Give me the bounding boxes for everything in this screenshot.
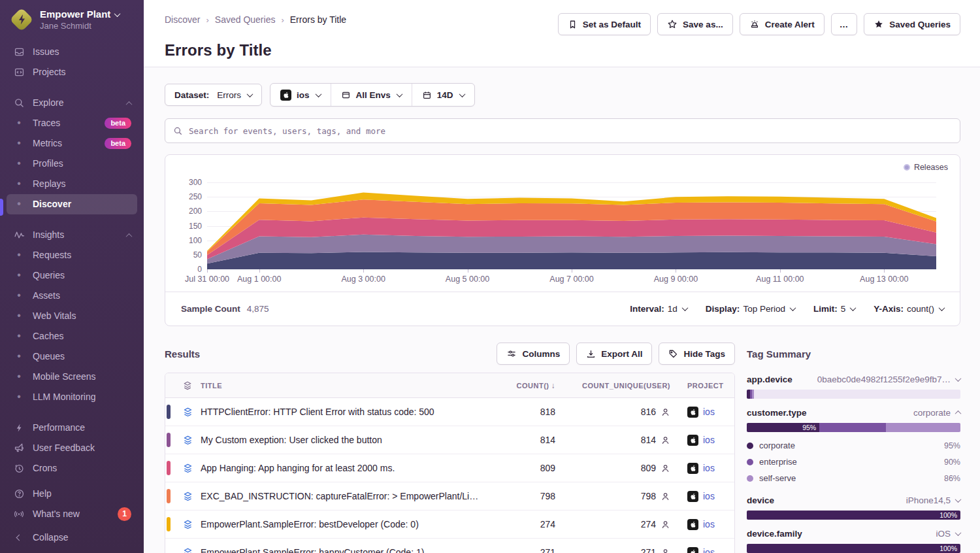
segment-percent-label: 95%	[802, 424, 819, 431]
sidebar-item-performance[interactable]: Performance	[7, 418, 137, 438]
page-header: Discover › Saved Queries › Errors by Tit…	[144, 0, 980, 67]
chart-control-yaxis[interactable]: Y-Axis:count()	[874, 304, 944, 314]
sidebar-item-traces[interactable]: •Tracesbeta	[7, 113, 137, 133]
search-icon	[173, 126, 183, 136]
error-title-link[interactable]: EmpowerPlant.SampleError: happyCustomer …	[201, 547, 489, 553]
area-series-0	[207, 252, 936, 269]
count-unique-value: 798	[641, 491, 656, 501]
project-link[interactable]: ios	[703, 463, 715, 473]
sidebar-item-web-vitals[interactable]: •Web Vitals	[7, 306, 137, 326]
sidebar-item-projects[interactable]: Projects	[7, 62, 137, 82]
overflow-menu-button[interactable]: …	[831, 13, 858, 35]
active-item-indicator	[0, 199, 3, 216]
sidebar-item-replays[interactable]: •Replays	[7, 174, 137, 194]
sidebar-item-user-feedback[interactable]: User Feedback	[7, 438, 137, 458]
stack-trace-icon[interactable]	[174, 519, 201, 530]
environment-filter[interactable]: All Envs	[331, 84, 412, 106]
tag-legend-row[interactable]: enterprise90%	[747, 454, 960, 470]
create-alert-button[interactable]: Create Alert	[740, 13, 825, 35]
sidebar-item-label: Requests	[33, 250, 71, 260]
sidebar-item-label: Queues	[33, 351, 65, 361]
org-switcher[interactable]: Empower Plant Jane Schmidt	[0, 0, 144, 37]
sidebar-item-what-s-new[interactable]: What's new1	[7, 504, 137, 523]
sidebar-item-assets[interactable]: •Assets	[7, 286, 137, 306]
date-range-filter[interactable]: 14D	[412, 84, 474, 106]
help-icon	[12, 488, 25, 499]
sidebar-collapse-button[interactable]: Collapse	[0, 523, 144, 553]
breadcrumb-saved-queries[interactable]: Saved Queries	[215, 14, 276, 25]
stacked-area-chart[interactable]: 050100150200250300	[207, 182, 936, 269]
chart-control-interval[interactable]: Interval:1d	[630, 304, 687, 314]
stack-trace-icon[interactable]	[174, 547, 201, 553]
x-axis-label: Aug 13 00:00	[860, 275, 908, 284]
hide-tags-button[interactable]: Hide Tags	[659, 343, 735, 365]
export-all-button[interactable]: Export All	[576, 343, 652, 365]
tag-label-row[interactable]: app.device0baebc0de4982f1255f2e9e9fb7…	[747, 375, 960, 384]
sidebar-item-caches[interactable]: •Caches	[7, 326, 137, 346]
set-as-default-button[interactable]: Set as Default	[558, 13, 651, 35]
stack-trace-icon[interactable]	[174, 435, 201, 446]
project-link[interactable]: ios	[703, 519, 715, 529]
error-title-link[interactable]: My Custom exeption: User clicked the but…	[201, 435, 489, 445]
project-link[interactable]: ios	[703, 407, 715, 417]
chart-control-limit[interactable]: Limit:5	[813, 304, 855, 314]
chevron-down-icon	[459, 91, 465, 97]
tag-distribution-bar[interactable]	[747, 390, 960, 399]
column-header-count[interactable]: COUNT()↓	[489, 381, 558, 390]
dataset-selector[interactable]: Dataset:Errors	[165, 84, 262, 106]
tag-label-row[interactable]: deviceiPhone14,5	[747, 495, 960, 505]
person-icon	[661, 407, 670, 417]
column-header-title[interactable]: TITLE	[201, 382, 489, 390]
error-title-link[interactable]: HTTPClientError: HTTP Client Error with …	[201, 407, 489, 417]
stack-trace-icon[interactable]	[174, 491, 201, 502]
tag-key: customer.type	[747, 408, 807, 418]
app-root: Empower Plant Jane Schmidt IssuesProject…	[0, 0, 980, 553]
x-axis-label: Aug 3 00:00	[341, 275, 385, 284]
columns-button[interactable]: Columns	[497, 343, 570, 365]
saved-queries-button[interactable]: Saved Queries	[864, 13, 960, 35]
tag-label-row[interactable]: customer.typecorporate	[747, 408, 960, 418]
breadcrumb-discover[interactable]: Discover	[165, 14, 200, 25]
sidebar-item-profiles[interactable]: •Profiles	[7, 154, 137, 174]
sidebar-section-explore[interactable]: Explore	[7, 93, 137, 113]
sidebar-item-issues[interactable]: Issues	[7, 42, 137, 62]
sidebar-item-crons[interactable]: Crons	[7, 458, 137, 478]
download-icon	[586, 349, 596, 359]
sidebar-item-llm-monitoring[interactable]: •LLM Monitoring	[7, 387, 137, 407]
column-header-count-unique[interactable]: COUNT_UNIQUE(USER)	[558, 382, 670, 390]
tag-distribution-bar[interactable]: 95%	[747, 423, 960, 432]
sidebar-item-queries[interactable]: •Queries	[7, 265, 137, 286]
column-header-project[interactable]: PROJECT	[670, 382, 734, 390]
sidebar-item-discover[interactable]: •Discover	[7, 194, 137, 214]
project-filter[interactable]: ios	[270, 84, 331, 106]
tag-legend-row[interactable]: corporate95%	[747, 437, 960, 454]
sidebar-section-insights[interactable]: Insights	[7, 225, 137, 245]
sidebar-item-queues[interactable]: •Queues	[7, 346, 137, 367]
series-color-cell	[165, 433, 174, 447]
stack-trace-icon[interactable]	[174, 463, 201, 474]
error-title-link[interactable]: App Hanging: App hanging for at least 20…	[201, 463, 489, 473]
search-input[interactable]: Search for events, users, tags, and more	[165, 118, 960, 143]
sidebar-item-metrics[interactable]: •Metricsbeta	[7, 133, 137, 154]
chart-legend-releases[interactable]: Releases	[904, 163, 948, 172]
error-title-link[interactable]: EXC_BAD_INSTRUCTION: captureFatalError: …	[201, 491, 489, 501]
sidebar-item-mobile-screens[interactable]: •Mobile Screens	[7, 367, 137, 387]
project-link[interactable]: ios	[703, 547, 715, 553]
tag-label-row[interactable]: device.familyiOS	[747, 529, 960, 539]
project-link[interactable]: ios	[703, 435, 715, 445]
tag-legend-row[interactable]: self-serve86%	[747, 470, 960, 486]
chart-control-display[interactable]: Display:Top Period	[706, 304, 795, 314]
issues-icon	[12, 46, 25, 58]
project-link[interactable]: ios	[703, 491, 715, 501]
error-title-link[interactable]: EmpowerPlant.SampleError: bestDeveloper …	[201, 519, 489, 529]
series-color-chip	[167, 405, 171, 419]
count-unique-value: 809	[641, 463, 656, 473]
tag-distribution-bar[interactable]: 100%	[747, 544, 960, 553]
tag-value-text: corporate	[913, 408, 951, 418]
beta-badge: beta	[105, 118, 131, 129]
tag-distribution-bar[interactable]: 100%	[747, 511, 960, 520]
sidebar-item-help[interactable]: Help	[7, 484, 137, 504]
sidebar-item-requests[interactable]: •Requests	[7, 245, 137, 265]
save-as-button[interactable]: Save as...	[657, 13, 733, 35]
stack-trace-icon[interactable]	[174, 407, 201, 418]
